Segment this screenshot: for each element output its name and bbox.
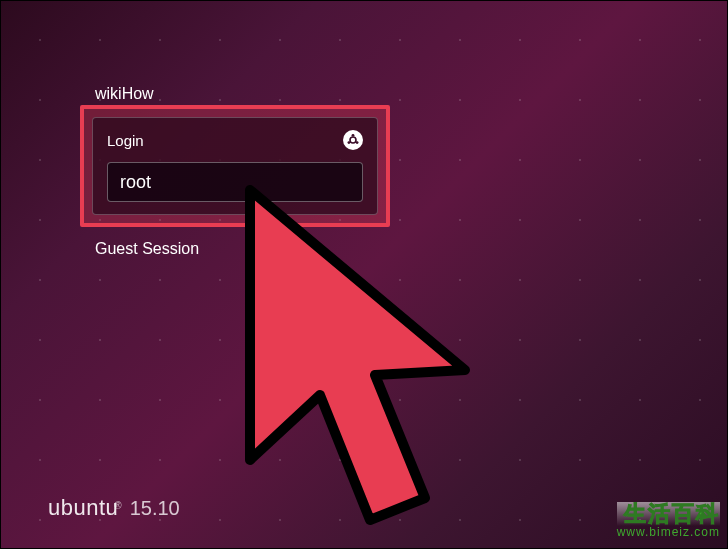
svg-point-4 — [356, 141, 359, 144]
watermark: 生活百科 www.bimeiz.com — [617, 502, 720, 539]
brand-name: ubuntu — [48, 495, 118, 520]
login-title: Login — [107, 132, 144, 149]
frame-border — [0, 0, 728, 549]
guest-session-option[interactable]: Guest Session — [95, 240, 199, 258]
branding: ubuntu® 15.10 — [48, 495, 180, 521]
watermark-line2: www.bimeiz.com — [617, 526, 720, 539]
watermark-line1: 生活百科 — [617, 502, 720, 526]
annotation-cursor-icon — [230, 180, 490, 544]
session-badge-icon[interactable] — [343, 130, 363, 150]
svg-point-2 — [352, 134, 355, 137]
brand-version: 15.10 — [130, 497, 180, 520]
svg-point-3 — [348, 141, 351, 144]
registered-mark: ® — [114, 500, 121, 511]
wallpaper-dots — [0, 0, 728, 549]
login-panel: Login — [92, 117, 378, 215]
username-input-row — [107, 162, 363, 202]
annotation-highlight-box: Login — [80, 105, 390, 227]
username-input[interactable] — [108, 163, 363, 201]
login-header: Login — [107, 128, 363, 152]
hostname-label: wikiHow — [95, 85, 154, 103]
